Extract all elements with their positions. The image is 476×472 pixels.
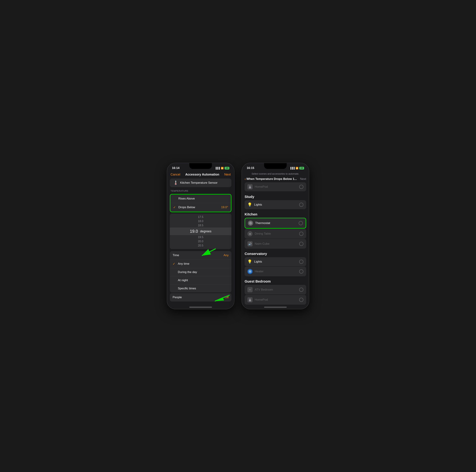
dining-table-select[interactable]	[299, 232, 303, 236]
notch-right	[264, 163, 287, 169]
sensor-name: Kitchen Temperature Sensor	[180, 181, 218, 185]
rises-above-option[interactable]: Rises Above	[170, 194, 231, 203]
time-value: Any	[223, 253, 229, 257]
guest-homepod-icon	[247, 297, 253, 302]
atv-bedroom-select[interactable]	[299, 288, 303, 292]
dining-table-icon: ◉	[247, 231, 253, 236]
page-title-left: Accessory Automation	[185, 173, 219, 176]
time-left: 16:14	[172, 166, 179, 170]
homepod-top-select[interactable]	[299, 185, 303, 189]
device-list: HomePod Study 💡 Lights Kitchen	[242, 182, 309, 306]
picker-row-175: 17.5	[170, 215, 231, 219]
guest-homepod-name: HomePod	[255, 298, 297, 302]
sensor-row[interactable]: 🌡️ Kitchen Temperature Sensor	[170, 178, 231, 187]
time-section: Time Any ✓ Any time During the day At ni…	[170, 251, 231, 292]
guest-homepod-select[interactable]	[299, 298, 303, 302]
atv-bedroom-name: ATV Bedroom	[255, 288, 297, 291]
naim-cube-row[interactable]: 🔊 Naim Cube	[245, 239, 306, 249]
time-header[interactable]: Time Any	[170, 251, 231, 259]
wifi-icon: 📶	[221, 167, 223, 169]
picker-row-selected: 19.0 degrees	[170, 227, 231, 235]
drops-below-option[interactable]: ✓ Drops Below 19.0°	[170, 203, 231, 212]
study-lights-row[interactable]: 💡 Lights	[245, 200, 306, 209]
study-lights-select[interactable]	[299, 203, 303, 207]
drops-below-check: ✓	[173, 205, 177, 209]
time-options: ✓ Any time During the day At night Speci…	[170, 259, 231, 292]
people-value: Off	[225, 296, 229, 299]
picker-selected-value: 19.0	[190, 229, 198, 234]
back-nav: ‹ When Temperature Drops Below 1... Next	[242, 176, 309, 182]
any-time-option[interactable]: ✓ Any time	[170, 260, 231, 268]
picker-row-180: 18.0	[170, 219, 231, 223]
during-day-label: During the day	[178, 270, 197, 274]
phone-left: 16:14 ▐▐▐ 📶 100 Cancel Accessory Automat…	[167, 163, 235, 309]
heater-icon: ❄️	[247, 269, 253, 274]
picker-row-205: 20.5	[170, 243, 231, 248]
during-day-option[interactable]: During the day	[170, 268, 231, 276]
temperature-section-label: TEMPERATURE	[167, 188, 234, 193]
picker-row-185: 18.5	[170, 223, 231, 227]
conservatory-light-icon: 💡	[247, 259, 252, 264]
temperature-picker[interactable]: 17.5 18.0 18.5 19.0 degrees 19.5 20.0 20…	[170, 214, 231, 249]
any-time-check: ✓	[173, 262, 176, 266]
back-arrow-icon[interactable]: ‹	[245, 177, 246, 181]
temperature-options: Rises Above ✓ Drops Below 19.0°	[170, 194, 231, 212]
study-title: Study	[242, 192, 309, 200]
conservatory-lights-select[interactable]	[299, 260, 303, 264]
svg-rect-11	[250, 298, 250, 300]
homepod-top-name: HomePod	[255, 185, 297, 188]
specific-times-option[interactable]: Specific times	[170, 285, 231, 292]
homepod-top-row[interactable]: HomePod	[245, 182, 306, 191]
time-right: 16:15	[247, 166, 254, 170]
svg-point-5	[250, 223, 251, 223]
study-lights-name: Lights	[254, 203, 297, 206]
atv-bedroom-icon: tv	[247, 287, 253, 292]
picker-row-200: 20.0	[170, 239, 231, 243]
thermostat-icon	[248, 220, 253, 226]
wifi-icon-right: 📶	[296, 167, 298, 169]
naim-cube-select[interactable]	[299, 242, 303, 246]
conservatory-lights-row[interactable]: 💡 Lights	[245, 257, 306, 266]
kitchen-thermostat-name: Thermostat	[255, 221, 297, 225]
kitchen-title: Kitchen	[242, 210, 309, 218]
rises-above-label: Rises Above	[178, 197, 228, 200]
phone-right: 16:15 ▐▐▐ 📶 100 Select scenes and access…	[241, 163, 309, 309]
drops-below-label: Drops Below	[178, 206, 221, 209]
next-button-right[interactable]: Next	[300, 177, 306, 181]
at-night-option[interactable]: At night	[170, 276, 231, 285]
svg-rect-3	[250, 185, 250, 187]
time-label: Time	[173, 253, 179, 257]
people-label: People	[173, 296, 182, 299]
homepod-top-icon	[247, 184, 253, 189]
naim-cube-icon: 🔊	[247, 241, 253, 246]
battery-right: 100	[299, 167, 304, 169]
nav-bar-left: Cancel Accessory Automation Next	[167, 171, 234, 178]
heater-row[interactable]: ❄️ Heater	[245, 267, 306, 276]
battery-left: 100	[225, 167, 229, 169]
drops-below-value: 19.0°	[221, 206, 228, 209]
kitchen-thermostat-row[interactable]: Thermostat	[245, 218, 306, 229]
page-title-right: When Temperature Drops Below 1...	[247, 177, 299, 181]
picker-row-195: 19.5	[170, 235, 231, 239]
status-icons-right: ▐▐▐ 📶 100	[290, 167, 304, 169]
next-button-left[interactable]: Next	[224, 173, 231, 176]
naim-cube-name: Naim Cube	[255, 242, 297, 246]
people-row[interactable]: People Off	[170, 293, 231, 302]
conservatory-lights-name: Lights	[254, 260, 297, 263]
heater-name: Heater	[255, 270, 297, 273]
kitchen-thermostat-select[interactable]	[299, 221, 303, 225]
study-light-icon: 💡	[247, 202, 252, 207]
conservatory-title: Conservatory	[242, 249, 309, 257]
page-subtitle: Select scenes and accessories to automat…	[242, 171, 309, 176]
heater-select[interactable]	[299, 269, 303, 273]
guest-bedroom-title: Guest Bedroom	[242, 277, 309, 285]
dining-table-name: Dining Table	[255, 232, 297, 236]
phones-container: 16:14 ▐▐▐ 📶 100 Cancel Accessory Automat…	[167, 163, 309, 309]
dining-table-row[interactable]: ◉ Dining Table	[245, 229, 306, 239]
status-icons-left: ▐▐▐ 📶 100	[215, 167, 229, 169]
cancel-button[interactable]: Cancel	[170, 173, 180, 176]
atv-bedroom-row[interactable]: tv ATV Bedroom	[245, 285, 306, 295]
guest-homepod-row[interactable]: HomePod	[245, 295, 306, 305]
signal-icon-right: ▐▐▐	[290, 167, 295, 169]
any-time-label: Any time	[178, 262, 189, 266]
